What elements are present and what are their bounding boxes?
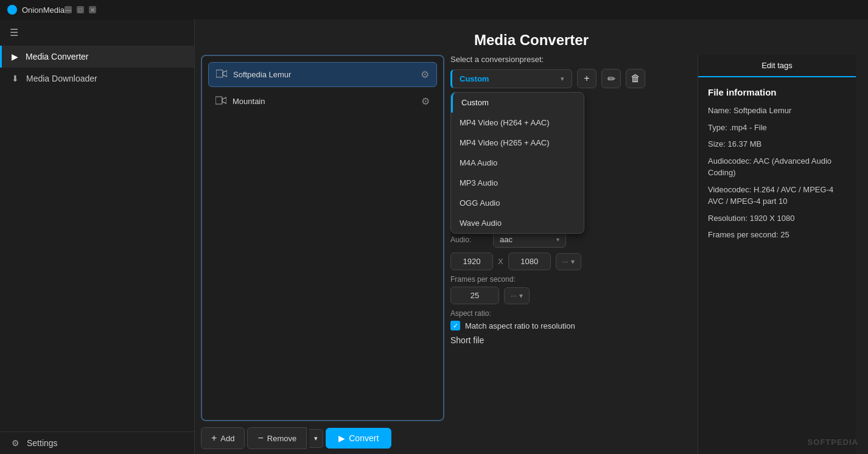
match-aspect-label: Match aspect ratio to resolution <box>465 321 575 330</box>
file-size-label: Size: <box>708 139 728 148</box>
info-content: File information Name: Softpedia Lemur T… <box>698 77 856 454</box>
file-name-value: Softpedia Lemur <box>733 106 791 115</box>
fps-label: Frames per second: <box>450 275 691 284</box>
file-item-mountain[interactable]: Mountain ⚙ <box>208 89 437 113</box>
page-header: Media Converter <box>195 19 868 55</box>
file-name-label: Name: <box>708 106 733 115</box>
preset-active-label: Custom <box>460 74 489 83</box>
file-info-title: File information <box>708 87 846 97</box>
file-fps-label: Frames per second: <box>708 230 780 239</box>
file-resolution-label: Resolution: <box>708 214 750 223</box>
file-name-row: Name: Softpedia Lemur <box>708 105 846 117</box>
dropdown-item-mp3[interactable]: MP3 Audio <box>451 173 584 193</box>
resolution-x-label: X <box>498 257 503 266</box>
dropdown-item-custom[interactable]: Custom <box>451 93 584 113</box>
play-icon: ▶ <box>12 52 18 61</box>
dropdown-item-mp4-h264-label: MP4 Video (H264 + AAC) <box>460 118 550 127</box>
settings-icon: ⚙ <box>12 438 19 448</box>
sidebar-item-media-converter-label: Media Converter <box>26 52 89 61</box>
download-icon: ⬇ <box>12 74 19 83</box>
file-type-value: .mp4 - File <box>729 123 766 132</box>
info-tabs: Edit tags <box>698 55 856 77</box>
resolution-options-button[interactable]: ··· ▾ <box>556 253 581 270</box>
file-size-row: Size: 16.37 MB <box>708 138 846 150</box>
softpedia-watermark: SOFTPEDIA <box>808 438 858 447</box>
fps-options-button[interactable]: ··· ▾ <box>504 287 530 304</box>
sidebar-item-settings-label: Settings <box>27 438 58 448</box>
maximize-button[interactable]: □ <box>77 6 84 13</box>
resolution-height-input[interactable] <box>508 253 551 270</box>
sidebar-item-media-converter[interactable]: ▶ Media Converter <box>0 46 194 68</box>
fps-options-arrow: ▾ <box>519 292 523 300</box>
page-title: Media Converter <box>213 32 850 49</box>
conversion-settings: Select a conversionpreset: Custom ▾ + ✏ <box>450 55 691 345</box>
audio-codec-select[interactable]: aac ▾ <box>493 231 566 248</box>
preset-row: Custom ▾ + ✏ 🗑 <box>450 69 691 88</box>
file-item-name: Softpedia Lemur <box>233 70 291 79</box>
preset-delete-button[interactable]: 🗑 <box>626 69 645 88</box>
dropdown-item-wave-label: Wave Audio <box>460 218 502 228</box>
audio-codec-row: Audio: aac ▾ <box>450 231 691 248</box>
sidebar-bottom: ⚙ Settings <box>0 431 194 454</box>
file-fps-value: 25 <box>780 230 789 239</box>
main-layout: ☰ ▶ Media Converter ⬇ Media Downloader ⚙… <box>0 19 868 454</box>
file-videocodec-row: Videocodec: H.264 / AVC / MPEG-4 AVC / M… <box>708 184 846 208</box>
remove-dropdown-button[interactable]: ▾ <box>309 429 323 448</box>
close-button[interactable]: ✕ <box>89 6 96 13</box>
match-aspect-checkbox[interactable]: ✓ <box>450 321 460 330</box>
audio-codec-label: Audio: <box>450 236 487 244</box>
dropdown-item-mp4-h265[interactable]: MP4 Video (H265 + AAC) <box>451 133 584 153</box>
window-controls: — □ ✕ <box>65 6 96 13</box>
resolution-options-label: ··· <box>562 257 569 266</box>
fps-row: ··· ▾ <box>450 287 691 304</box>
svg-rect-2 <box>215 97 222 104</box>
resolution-width-input[interactable] <box>450 253 493 270</box>
file-item-name-2: Mountain <box>233 97 265 106</box>
dropdown-item-ogg[interactable]: OGG Audio <box>451 193 584 213</box>
aspect-section: Aspect ratio: ✓ Match aspect ratio to re… <box>450 309 691 330</box>
dropdown-item-m4a[interactable]: M4A Audio <box>451 153 584 173</box>
file-settings-icon-2[interactable]: ⚙ <box>421 96 430 107</box>
file-audiocodec-label: Audiocodec: <box>708 156 753 166</box>
add-label: Add <box>220 434 234 443</box>
file-type-row: Type: .mp4 - File <box>708 122 846 134</box>
convert-icon: ▶ <box>338 433 345 443</box>
minimize-button[interactable]: — <box>65 6 72 13</box>
file-settings-icon[interactable]: ⚙ <box>421 69 429 80</box>
file-list-container: Softpedia Lemur ⚙ Mount <box>201 55 444 421</box>
file-item-softpedia-lemur[interactable]: Softpedia Lemur ⚙ <box>208 62 437 87</box>
file-size-value: 16.37 MB <box>728 139 762 148</box>
video-file-icon <box>216 69 227 80</box>
add-button[interactable]: + Add <box>201 427 245 449</box>
tab-edit-tags[interactable]: Edit tags <box>698 55 856 77</box>
add-icon: + <box>211 433 217 444</box>
dropdown-item-wave[interactable]: Wave Audio <box>451 213 584 233</box>
sidebar-item-settings[interactable]: ⚙ Settings <box>0 432 194 454</box>
fps-section: Frames per second: ··· ▾ <box>450 275 691 304</box>
remove-label: Remove <box>267 434 296 443</box>
titlebar: OnionMedia — □ ✕ <box>0 0 868 19</box>
short-file-section: Short file <box>450 335 691 345</box>
fps-input[interactable] <box>450 287 499 304</box>
dropdown-item-mp4-h264[interactable]: MP4 Video (H264 + AAC) <box>451 113 584 133</box>
menu-button[interactable]: ☰ <box>0 19 194 46</box>
resolution-row: X ··· ▾ <box>450 253 691 270</box>
preset-delete-icon: 🗑 <box>631 73 640 84</box>
aspect-ratio-checkbox-row: ✓ Match aspect ratio to resolution <box>450 321 691 330</box>
convert-button[interactable]: ▶ Convert <box>326 428 391 449</box>
resolution-options-arrow: ▾ <box>571 257 575 266</box>
dropdown-item-mp3-label: MP3 Audio <box>460 178 498 187</box>
dropdown-item-custom-label: Custom <box>461 98 489 107</box>
short-file-label: Short file <box>450 335 484 345</box>
dropdown-item-m4a-label: M4A Audio <box>460 158 497 167</box>
preset-add-icon: + <box>584 73 589 84</box>
preset-edit-button[interactable]: ✏ <box>601 69 621 88</box>
right-panel: Select a conversionpreset: Custom ▾ + ✏ <box>450 55 691 454</box>
remove-button[interactable]: − Remove <box>247 427 307 449</box>
sidebar: ☰ ▶ Media Converter ⬇ Media Downloader ⚙… <box>0 19 195 454</box>
dropdown-item-ogg-label: OGG Audio <box>460 198 500 208</box>
preset-add-button[interactable]: + <box>577 69 597 88</box>
aspect-ratio-label: Aspect ratio: <box>450 309 691 318</box>
sidebar-item-media-downloader[interactable]: ⬇ Media Downloader <box>0 68 194 89</box>
preset-dropdown[interactable]: Custom ▾ <box>450 69 572 88</box>
